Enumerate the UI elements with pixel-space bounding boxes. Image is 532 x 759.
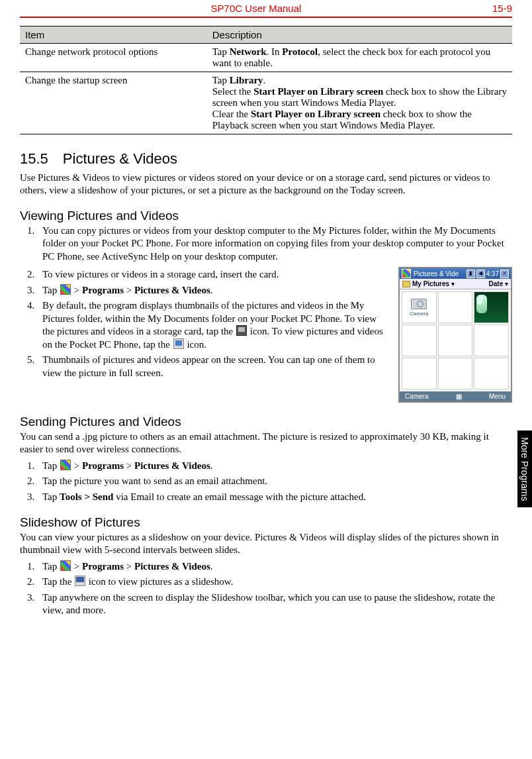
options-table: Item Description Change network protocol… (20, 26, 512, 134)
folder-dropdown-icon: ▾ (451, 280, 455, 287)
thumb-empty (402, 325, 437, 356)
list-item: Tap anywhere on the screen to display th… (37, 591, 512, 617)
thumbnail-grid: Camera (400, 289, 511, 391)
thumb-empty (438, 325, 473, 356)
col-item: Item (20, 26, 207, 44)
thumb-empty (402, 358, 437, 389)
thumb-empty (474, 358, 509, 389)
cell-desc: Tap Library. Select the Start Player on … (207, 72, 512, 134)
sending-steps: Tap > Programs > Pictures & Videos. Tap … (20, 460, 512, 504)
start-icon (60, 284, 71, 295)
sort-label: Date (489, 280, 504, 287)
list-item: You can copy pictures or videos from you… (37, 225, 512, 264)
list-item: By default, the program displays thumbna… (37, 299, 389, 351)
table-header-row: Item Description (20, 26, 512, 44)
signal-icon: ▮ (466, 270, 475, 278)
softkey-bar: Camera ▦ Menu (400, 391, 511, 401)
slideshow-icon (75, 576, 85, 586)
clock: 4:37 (486, 270, 499, 278)
folder-icon (402, 281, 410, 287)
softkey-left: Camera (405, 393, 429, 400)
app-title: Pictures & Vide (414, 270, 459, 278)
camera-label: Camera (410, 311, 428, 317)
page-number: 15-9 (492, 3, 512, 14)
cell-item: Change the startup screen (20, 72, 207, 134)
list-item: Tap > Programs > Pictures & Videos. (37, 560, 512, 574)
subsection-heading: Sending Pictures and Videos (20, 415, 512, 429)
close-icon: X (500, 270, 509, 278)
app-screenshot: Pictures & Vide ▮ ◀ 4:37 X My Pictures ▾… (398, 267, 512, 403)
viewing-steps: You can copy pictures or videos from you… (20, 225, 512, 264)
list-item: Tap > Programs > Pictures & Videos. (37, 284, 389, 297)
sip-icon: ▦ (456, 393, 462, 400)
start-icon (60, 560, 71, 571)
section-intro: You can send a .jpg picture to others as… (20, 430, 512, 456)
camera-icon (411, 299, 427, 309)
list-item: Tap Tools > Send via Email to create an … (37, 491, 512, 504)
section-intro: You can view your pictures as a slidesho… (20, 531, 512, 556)
sort-dropdown-icon: ▾ (505, 280, 508, 287)
list-item: Tap the icon to view pictures as a slide… (37, 576, 512, 589)
camera-thumb: Camera (402, 291, 437, 323)
waterfall-thumb (474, 291, 509, 323)
list-item: Tap the picture you want to send as an e… (37, 475, 512, 488)
thumb-empty (438, 291, 473, 323)
list-item: Tap > Programs > Pictures & Videos. (37, 460, 512, 473)
table-row: Change the startup screen Tap Library. S… (20, 72, 512, 134)
speaker-icon: ◀ (476, 270, 485, 278)
doc-title: SP70C User Manual (211, 3, 302, 14)
viewing-steps-cont: To view pictures or videos in a storage … (20, 268, 389, 380)
cell-item: Change network protocol options (20, 44, 207, 72)
list-item: Thumbnails of pictures and videos appear… (37, 354, 389, 380)
storage-card-icon (236, 325, 247, 336)
subsection-heading: Slideshow of Pictures (20, 515, 512, 530)
subsection-heading: Viewing Pictures and Videos (20, 209, 512, 223)
section-heading: 15.5 Pictures & Videos (20, 150, 512, 168)
titlebar: Pictures & Vide ▮ ◀ 4:37 X (400, 268, 511, 279)
section-intro: Use Pictures & Videos to view pictures o… (20, 172, 512, 197)
cell-desc: Tap Network. In Protocol, select the che… (207, 44, 512, 72)
folder-label: My Pictures (412, 280, 449, 287)
list-item: To view pictures or videos in a storage … (37, 268, 389, 281)
start-icon (60, 460, 71, 470)
folder-bar: My Pictures ▾ Date ▾ (400, 279, 511, 289)
header-rule (20, 17, 512, 18)
start-flag-icon (402, 269, 411, 278)
page-header: SP70C User Manual 15-9 (20, 0, 512, 17)
col-description: Description (207, 26, 512, 44)
pocket-pc-icon (173, 338, 184, 349)
section-tab: More Programs (517, 430, 532, 507)
softkey-right: Menu (489, 393, 506, 400)
slideshow-steps: Tap > Programs > Pictures & Videos. Tap … (20, 560, 512, 617)
table-row: Change network protocol options Tap Netw… (20, 44, 512, 72)
thumb-empty (438, 358, 473, 389)
thumb-empty (474, 325, 509, 356)
